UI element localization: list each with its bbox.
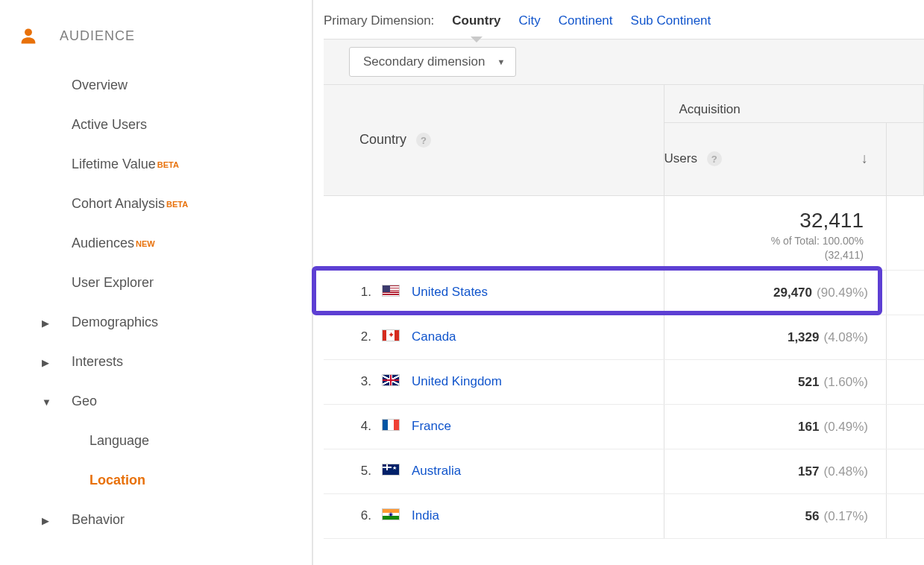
help-icon[interactable]: ? [416, 133, 431, 148]
country-name[interactable]: Canada [412, 329, 456, 344]
users-cell: 157(0.48%) [664, 449, 887, 494]
secondary-dimension-label: Secondary dimension [363, 54, 485, 69]
sidebar-item-interests[interactable]: ▶ Interests [0, 342, 312, 382]
sidebar-section-title: AUDIENCE [60, 28, 135, 44]
column-header-country[interactable]: Country ? [324, 85, 664, 195]
users-percent: (0.17%) [823, 509, 868, 523]
flag-icon [382, 419, 401, 435]
caret-right-icon: ▶ [42, 317, 49, 328]
sidebar-item-user-explorer[interactable]: User Explorer [0, 263, 312, 303]
sidebar-item-label: User Explorer [72, 275, 154, 291]
sidebar-item-label: Cohort Analysis [72, 196, 165, 212]
table-row[interactable]: 5.Australia157(0.48%) [324, 449, 924, 494]
sidebar-item-audiences[interactable]: Audiences NEW [0, 224, 312, 263]
users-value: 521 [798, 375, 819, 389]
caret-right-icon: ▶ [42, 356, 49, 367]
sidebar-item-active-users[interactable]: Active Users [0, 105, 312, 145]
row-rank: 2. [351, 329, 371, 344]
sidebar-subitem-language[interactable]: Language [0, 421, 312, 461]
sidebar-item-label: Geo [72, 394, 97, 409]
country-name[interactable]: United Kingdom [412, 374, 502, 388]
caret-right-icon: ▶ [42, 514, 49, 525]
users-value: 56 [805, 509, 820, 523]
column-header-label: Country [359, 132, 406, 147]
countries-table: Country ? Acquisition Users ? ↓ [324, 85, 924, 539]
row-rank: 6. [351, 508, 371, 523]
sidebar-item-geo[interactable]: ▼ Geo [0, 382, 312, 421]
country-name[interactable]: United States [412, 285, 488, 299]
chevron-down-icon: ▼ [497, 57, 505, 66]
sidebar-item-label: Location [89, 473, 145, 488]
country-name[interactable]: France [412, 419, 451, 433]
sidebar-section-audience[interactable]: AUDIENCE [0, 15, 312, 57]
country-cell[interactable]: 1.United States [324, 271, 664, 315]
table-row[interactable]: 4.France161(0.49%) [324, 405, 924, 449]
summary-users-cell: 32,411 % of Total: 100.00% (32,411) [664, 195, 887, 271]
sidebar-item-label: Active Users [72, 117, 147, 133]
users-cell: 29,470(90.49%) [664, 271, 887, 315]
caret-down-icon: ▼ [42, 396, 51, 407]
column-group-acquisition: Acquisition [664, 85, 924, 122]
sidebar-item-label: Audiences [72, 236, 134, 251]
sidebar-item-cohort-analysis[interactable]: Cohort Analysis BETA [0, 184, 312, 224]
summary-total: 32,411 [664, 206, 864, 235]
row-rank: 1. [351, 285, 371, 300]
table-row[interactable]: 3.United Kingdom521(1.60%) [324, 360, 924, 405]
sidebar-item-overview[interactable]: Overview [0, 66, 312, 105]
users-percent: (0.48%) [823, 464, 868, 479]
flag-icon [382, 508, 401, 524]
country-cell[interactable]: 2.Canada [324, 315, 664, 360]
svg-point-0 [25, 28, 32, 36]
flag-icon [382, 374, 401, 390]
beta-badge: BETA [157, 160, 179, 169]
users-cell: 161(0.49%) [664, 405, 887, 449]
sidebar-item-behavior[interactable]: ▶ Behavior [0, 500, 312, 540]
users-cell: 56(0.17%) [664, 494, 887, 539]
country-cell[interactable]: 6.India [324, 494, 664, 539]
beta-badge: BETA [166, 200, 188, 209]
table-toolbar: Secondary dimension ▼ [324, 39, 924, 85]
help-icon[interactable]: ? [707, 151, 722, 166]
table-row[interactable]: 1.United States29,470(90.49%) [324, 271, 924, 315]
table-row[interactable]: 6.India56(0.17%) [324, 494, 924, 539]
flag-icon [382, 464, 401, 479]
users-cell: 1,329(4.08%) [664, 315, 887, 360]
sidebar-item-label: Overview [72, 78, 128, 93]
country-cell[interactable]: 3.United Kingdom [324, 360, 664, 405]
flag-icon [382, 285, 401, 300]
country-name[interactable]: Australia [412, 464, 461, 478]
main-content: Primary Dimension: Country City Continen… [313, 0, 924, 565]
users-percent: (0.49%) [823, 420, 868, 434]
dimension-country[interactable]: Country [452, 13, 500, 28]
sidebar-item-label: Behavior [72, 512, 125, 528]
new-badge: NEW [136, 239, 155, 248]
users-percent: (4.08%) [823, 330, 868, 344]
dimension-continent[interactable]: Continent [559, 13, 613, 28]
dimension-sub-continent[interactable]: Sub Continent [631, 13, 711, 28]
person-icon [18, 25, 39, 46]
flag-icon [382, 329, 401, 345]
table-row[interactable]: 2.Canada1,329(4.08%) [324, 315, 924, 360]
sidebar-item-label: Demographics [72, 315, 158, 330]
sidebar-item-lifetime-value[interactable]: Lifetime Value BETA [0, 145, 312, 184]
column-trailing [887, 122, 924, 195]
row-rank: 3. [351, 374, 371, 389]
sidebar-item-label: Language [89, 433, 149, 449]
sidebar-item-label: Interests [72, 354, 123, 370]
users-percent: (1.60%) [823, 375, 868, 389]
country-cell[interactable]: 5.Australia [324, 449, 664, 494]
users-percent: (90.49%) [817, 285, 868, 300]
row-rank: 5. [351, 464, 371, 479]
sort-descending-icon: ↓ [861, 151, 869, 167]
sidebar-item-demographics[interactable]: ▶ Demographics [0, 303, 312, 342]
country-cell[interactable]: 4.France [324, 405, 664, 449]
users-value: 161 [798, 420, 819, 434]
sidebar-items: Overview Active Users Lifetime Value BET… [0, 57, 312, 540]
country-name[interactable]: India [412, 508, 439, 523]
dimension-city[interactable]: City [518, 13, 540, 28]
column-header-users[interactable]: Users ? ↓ [664, 122, 887, 195]
secondary-dimension-button[interactable]: Secondary dimension ▼ [349, 47, 516, 77]
users-cell: 521(1.60%) [664, 360, 887, 405]
summary-pct-line: % of Total: 100.00% [664, 234, 864, 248]
sidebar-subitem-location[interactable]: Location [0, 461, 312, 500]
